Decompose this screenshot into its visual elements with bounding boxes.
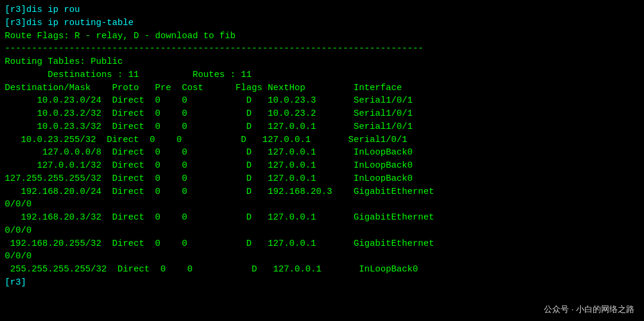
terminal-line: 255.255.255.255/32 Direct 0 0 D 127.0.0.… — [5, 263, 639, 276]
terminal-line: 0/0/0 — [5, 198, 639, 211]
terminal-line: [r3]dis ip routing-table — [5, 17, 639, 30]
terminal-line: Route Flags: R - relay, D - download to … — [5, 30, 639, 43]
terminal-line: [r3] — [5, 276, 639, 289]
terminal-line: 10.0.23.2/32 Direct 0 0 D 10.0.23.2 Seri… — [5, 107, 639, 121]
terminal-line: 127.0.0.0/8 Direct 0 0 D 127.0.0.1 InLoo… — [5, 146, 639, 159]
terminal-line: 192.168.20.255/32 Direct 0 0 D 127.0.0.1… — [5, 237, 639, 251]
terminal-line: 0/0/0 — [5, 224, 639, 237]
terminal-line: [r3]dis ip rou — [5, 4, 639, 17]
terminal-line: 192.168.20.0/24 Direct 0 0 D 192.168.20.… — [5, 186, 639, 199]
terminal-line: 127.0.0.1/32 Direct 0 0 D 127.0.0.1 InLo… — [5, 159, 639, 172]
watermark: 公众号 · 小白的网络之路 — [541, 303, 637, 316]
terminal-line: 10.0.23.3/32 Direct 0 0 D 127.0.0.1 Seri… — [5, 121, 639, 134]
terminal-line: 192.168.20.3/32 Direct 0 0 D 127.0.0.1 G… — [5, 211, 639, 224]
terminal-line: 10.0.23.0/24 Direct 0 0 D 10.0.23.3 Seri… — [5, 94, 639, 107]
terminal-line: 0/0/0 — [5, 250, 639, 263]
terminal-line: 10.0.23.255/32 Direct 0 0 D 127.0.0.1 Se… — [5, 134, 639, 147]
terminal-line: Destination/Mask Proto Pre Cost Flags Ne… — [5, 82, 639, 95]
terminal-line: 127.255.255.255/32 Direct 0 0 D 127.0.0.… — [5, 172, 639, 186]
terminal-line: Routing Tables: Public — [5, 55, 639, 69]
terminal-line: ----------------------------------------… — [5, 42, 639, 55]
terminal-line: Destinations : 11 Routes : 11 — [5, 69, 639, 82]
terminal[interactable]: [r3]dis ip rou[r3]dis ip routing-tableRo… — [0, 0, 644, 321]
